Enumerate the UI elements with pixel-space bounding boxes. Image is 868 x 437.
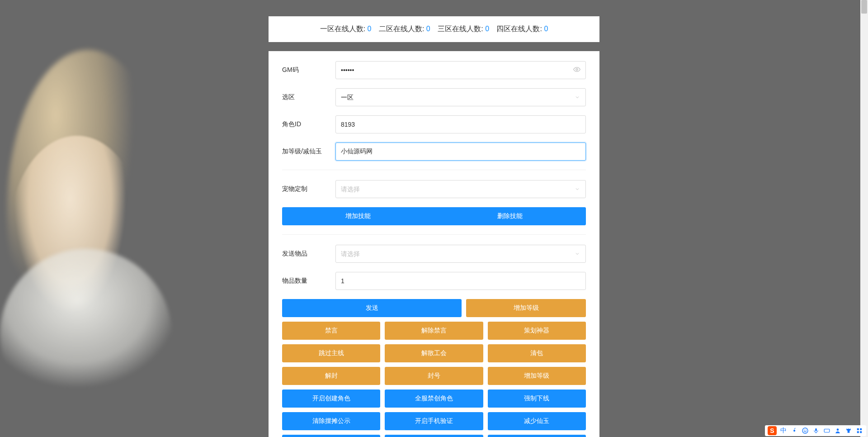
ime-skin-icon[interactable] [844,427,853,435]
zone-label: 选区 [282,93,335,101]
zone2-online: 二区在线人数: 0 [379,24,430,34]
clear-bag-button[interactable]: 清包 [488,344,586,362]
chevron-down-icon [575,95,580,100]
enable-create-role-button[interactable]: 开启创建角色 [282,390,380,408]
svg-point-2 [804,430,805,430]
reduce-jade-button[interactable]: 减少仙玉 [488,412,586,430]
ime-emoji-icon[interactable] [801,427,809,435]
status-value: 0 [426,25,430,33]
svg-point-1 [802,428,808,433]
pet-custom-placeholder: 请选择 [341,185,360,194]
svg-rect-6 [824,429,830,432]
ime-toolbox-icon[interactable] [855,427,863,435]
add-level-button-2[interactable]: 增加等级 [488,367,586,385]
enable-phone-verify-button[interactable]: 开启手机验证 [385,412,483,430]
chevron-down-icon [575,251,580,256]
skip-main-button[interactable]: 跳过主线 [282,344,380,362]
add-skill-button[interactable]: 增加技能 [282,207,434,225]
level-jade-label: 加等级/减仙玉 [282,147,335,156]
chevron-down-icon [575,186,580,192]
sogou-ime-icon[interactable]: S [768,426,777,435]
mute-button[interactable]: 禁言 [282,322,380,340]
zone1-online: 一区在线人数: 0 [320,24,372,34]
role-id-input[interactable] [335,115,586,133]
clear-stall-notice-button[interactable]: 清除摆摊公示 [282,412,380,430]
svg-point-0 [576,69,578,71]
delete-skill-button[interactable]: 删除技能 [434,207,586,225]
ime-person-icon[interactable] [834,427,842,435]
disable-create-role-button[interactable]: 全服禁创角色 [385,390,483,408]
status-value: 0 [368,25,372,33]
zone-select-value: 一区 [341,93,354,102]
send-button[interactable]: 发送 [282,299,462,317]
status-label: 二区在线人数: [379,25,424,33]
force-offline-button[interactable]: 强制下线 [488,390,586,408]
ime-toolbar[interactable]: S 中 •́ [765,425,866,436]
one-click-jobchange-button[interactable]: 一键转职 [488,435,586,437]
status-label: 一区在线人数: [320,25,365,33]
item-qty-label: 物品数量 [282,277,335,285]
send-item-select[interactable]: 请选择 [335,245,586,263]
online-status-bar: 一区在线人数: 0 二区在线人数: 0 三区在线人数: 0 四区在线人数: 0 [269,16,599,42]
svg-rect-4 [815,428,817,431]
status-value: 0 [485,25,489,33]
ime-lang-label[interactable]: 中 [779,427,788,435]
vertical-scrollbar[interactable] [860,0,868,437]
zone-select[interactable]: 一区 [335,88,586,106]
cancel-stealth-button[interactable]: 取消隐身 [385,435,483,437]
svg-point-3 [806,430,807,430]
pet-custom-select[interactable]: 请选择 [335,180,586,198]
send-item-placeholder: 请选择 [341,249,360,259]
unmute-button[interactable]: 解除禁言 [385,322,483,340]
svg-rect-8 [857,428,859,430]
admin-panel: 一区在线人数: 0 二区在线人数: 0 三区在线人数: 0 四区在线人数: 0 … [269,16,599,437]
svg-rect-10 [857,431,859,433]
status-label: 四区在线人数: [496,25,542,33]
separator [282,170,586,170]
ime-mic-icon[interactable] [812,427,820,435]
role-id-label: 角色ID [282,120,335,128]
pet-custom-label: 宠物定制 [282,185,335,193]
add-level-button[interactable]: 增加等级 [466,299,586,317]
form-panel: GM码 选区 一区 角色ID 加等级/减仙 [269,51,599,437]
ime-punct-icon[interactable]: •́ [790,427,798,435]
separator [282,234,586,235]
svg-rect-9 [860,428,862,430]
planner-artifact-button[interactable]: 策划神器 [488,322,586,340]
character-art [0,36,190,407]
svg-rect-11 [860,431,862,433]
send-item-label: 发送物品 [282,250,335,258]
ban-button[interactable]: 封号 [385,367,483,385]
status-label: 三区在线人数: [438,25,483,33]
eye-icon[interactable] [573,66,580,75]
item-qty-input[interactable] [335,272,586,290]
unban-button[interactable]: 解封 [282,367,380,385]
level-jade-input[interactable] [335,142,586,161]
ime-keyboard-icon[interactable] [823,427,831,435]
svg-point-7 [837,428,839,431]
gm-code-input[interactable] [335,61,586,79]
gm-code-label: GM码 [282,66,335,74]
zone3-online: 三区在线人数: 0 [438,24,489,34]
status-value: 0 [544,25,548,33]
stealth-speed-button[interactable]: 隐身加速 [282,435,380,437]
dissolve-guild-button[interactable]: 解散工会 [385,344,483,362]
scrollbar-thumb[interactable] [861,0,867,14]
zone4-online: 四区在线人数: 0 [496,24,548,34]
